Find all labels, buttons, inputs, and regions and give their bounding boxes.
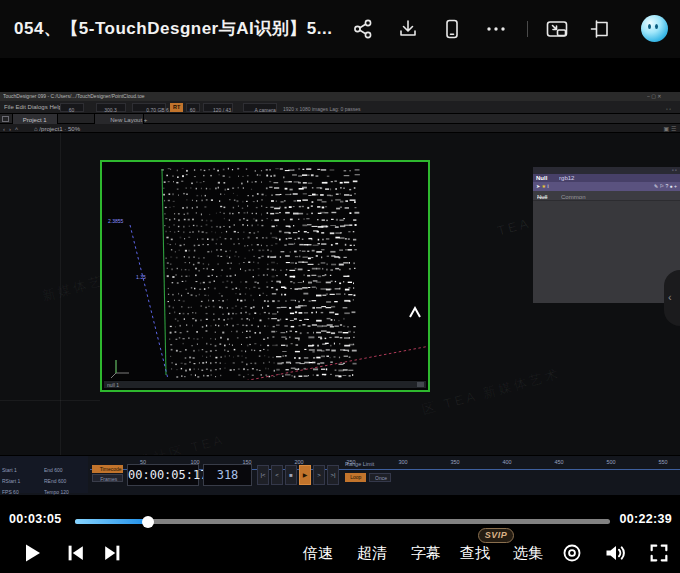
td-loop-toggle: Loop: [345, 473, 366, 482]
download-icon[interactable]: [396, 17, 420, 41]
td-menubar-right-glyphs: ▫ ▫: [666, 107, 671, 113]
td-toolbar-right-icons: ▣ ☰: [663, 126, 676, 133]
info-icon: i: [547, 184, 548, 190]
progress-row: 00:03:05 00:22:39: [0, 505, 680, 533]
td-device-field: A camera: [255, 108, 276, 113]
progress-fill: [75, 519, 148, 524]
range-limit-label: Range Limit: [345, 461, 374, 467]
op-family-label: Null: [536, 175, 547, 182]
video-player-window: 054、【5-TouchDesgner与AI识别】5...: [0, 0, 680, 573]
network-grid-vline: [60, 133, 61, 455]
td-resolution-text: 1920 x 1080 images Lag: 0 passes: [283, 107, 361, 113]
screen-cast-icon[interactable]: [588, 17, 612, 41]
control-bar: 倍速 超清 字幕 查找 选集 SVIP: [0, 533, 680, 573]
playlist-drawer-handle[interactable]: ‹: [664, 270, 680, 326]
td-tab-new-layout: New Layout +: [94, 114, 144, 124]
td-title-text: TouchDesigner 099 - C:/Users/.../TouchDe…: [3, 94, 144, 100]
viewport-status-text: null 1: [107, 383, 119, 389]
quality-button[interactable]: 超清: [348, 544, 396, 563]
more-options-icon[interactable]: [484, 17, 508, 41]
total-duration: 00:22:39: [620, 512, 672, 526]
ruler-tick: 450: [551, 459, 568, 465]
td-titlebar: TouchDesigner 099 - C:/Users/.../TouchDe…: [0, 92, 680, 101]
volume-icon[interactable]: [603, 541, 627, 565]
timeline-fields: Start 1End 600 RStart 1REnd 600 FPS 60Te…: [0, 456, 88, 493]
td-toolbar: ‹ › ˄ ⌂ /project1 · 50% ▣ ☰: [0, 124, 680, 133]
ruler-tick: 350: [447, 459, 464, 465]
find-button[interactable]: 查找: [451, 544, 499, 563]
video-surface[interactable]: TouchDesigner 099 - C:/Users/.../TouchDe…: [0, 58, 680, 505]
next-episode-button[interactable]: [101, 542, 124, 564]
td-tabbar: Project 1 New Layout +: [0, 114, 680, 124]
picture-in-picture-icon[interactable]: [545, 17, 569, 41]
green-axis-line: [162, 169, 166, 375]
td-jump-end-button: >|: [327, 465, 339, 485]
blue-guide-line: [130, 225, 168, 379]
blue-measure-label: 2.3855: [108, 218, 124, 224]
settings-icon[interactable]: [561, 542, 583, 564]
svip-badge: SVIP: [478, 528, 514, 543]
episodes-button[interactable]: 选集: [504, 544, 552, 563]
param-right-icons: ✎ ⚐ ? ● +: [654, 184, 677, 190]
touchdesigner-frame: TouchDesigner 099 - C:/Users/.../TouchDe…: [0, 92, 680, 495]
td-window-controls: ‒ ▢ ✕: [647, 94, 661, 100]
chevron-left-icon: ‹: [668, 291, 672, 303]
td-once-toggle: Once: [369, 473, 391, 482]
td-nav-arrows: ‹ › ˄: [3, 126, 19, 133]
share-icon[interactable]: [351, 17, 375, 41]
ruler-tick: 550: [655, 459, 672, 465]
play-button[interactable]: [20, 541, 44, 565]
axis-gizmo: [111, 360, 129, 378]
param-strip-glyphs: ▫ ▫: [672, 168, 677, 174]
param-panel-tabs: Null Common: [533, 191, 680, 201]
ruler-tick: 500: [603, 459, 620, 465]
network-grid-hline: [0, 400, 100, 401]
ruler-tick: 400: [499, 459, 516, 465]
fullscreen-icon[interactable]: [648, 542, 670, 564]
param-panel-icons: ➤ ★ i ✎ ⚐ ? ● +: [533, 182, 680, 191]
header-divider: [527, 21, 528, 37]
param-panel-strip: ▫ ▫: [533, 167, 680, 174]
mobile-device-icon[interactable]: [440, 17, 464, 41]
ruler-tick: 300: [395, 459, 412, 465]
param-tab-active: Null: [537, 193, 547, 198]
td-rate-field: 60: [190, 108, 196, 113]
td-tab-square-icon: [2, 116, 9, 122]
playback-speed-button[interactable]: 倍速: [294, 544, 342, 563]
viewport-status-box: [417, 382, 424, 387]
td-step-back-button: <: [271, 465, 283, 485]
user-avatar[interactable]: [641, 15, 668, 42]
pointcloud-render: 2.3855 1.35: [102, 162, 428, 390]
param-left-icons: ➤ ★ i: [536, 184, 549, 190]
player-header: 054、【5-TouchDesgner与AI识别】5...: [0, 0, 680, 58]
td-parameter-panel: ▫ ▫ Null rgb12 ➤ ★ i ✎ ⚐ ? ● +: [533, 167, 680, 303]
op-name-label: rgb12: [559, 175, 574, 182]
subtitle-button[interactable]: 字幕: [402, 544, 450, 563]
watermark: 媒体艺术社区 TEA: [90, 431, 227, 455]
td-timeline-bar: 50 100 150 200 250 300 350 400 450 500 5…: [0, 455, 680, 495]
td-geometry-viewport: 2.3855 1.35 null 1: [100, 160, 430, 392]
video-title: 054、【5-TouchDesgner与AI识别】5...: [14, 0, 332, 58]
param-panel-title: Null rgb12: [533, 174, 680, 182]
td-fps-field: 60: [69, 108, 75, 113]
star-icon: ★: [542, 184, 546, 190]
td-counter-field: 120 / 43: [213, 108, 231, 113]
td-timecode-display: 00:00:05:17: [127, 464, 199, 486]
td-frame-field: 300.3: [105, 108, 118, 113]
td-jump-start-button: |<: [257, 465, 269, 485]
cursor-caret: [410, 308, 420, 317]
timecode-mode-badge: Timecode: [92, 465, 123, 473]
td-menubar: File Edit Dialogs Help 60 300.3 0.70 GB …: [0, 101, 680, 114]
previous-episode-button[interactable]: [64, 542, 87, 564]
blue-measure-label: 1.35: [136, 274, 146, 280]
td-breadcrumb: ⌂ /project1 · 50%: [34, 126, 80, 133]
td-realtime-badge: RT: [170, 103, 183, 112]
viewport-status-bar: null 1: [104, 380, 426, 388]
td-network-editor: TEA 新媒体艺术社区 新媒体艺术社区 TEA 区 TEA 新媒体艺术 媒体艺术…: [0, 133, 680, 455]
param-panel-body: [533, 201, 680, 303]
td-tab-project1: Project 1: [12, 114, 58, 124]
progress-bar[interactable]: [75, 519, 610, 524]
td-menu-items: File Edit Dialogs Help: [4, 104, 62, 110]
progress-handle[interactable]: [142, 516, 154, 528]
td-step-fwd-button: >: [313, 465, 325, 485]
